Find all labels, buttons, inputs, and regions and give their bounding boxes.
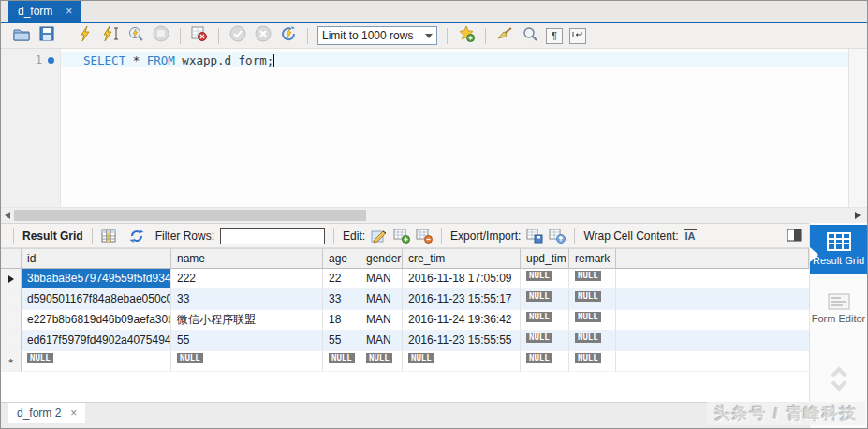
cell-gender[interactable]: MAN bbox=[360, 331, 403, 351]
delete-row-button[interactable] bbox=[416, 229, 433, 244]
stop-button[interactable] bbox=[152, 26, 170, 45]
cell-gender[interactable]: NULL bbox=[360, 351, 403, 372]
sidebar-item-result-grid[interactable]: Result Grid bbox=[810, 225, 867, 274]
limit-rows-value: Limit to 1000 rows bbox=[322, 29, 425, 42]
cell-cre-tim[interactable]: 2016-11-23 15:55:17 bbox=[403, 289, 521, 310]
column-header-name[interactable]: name bbox=[171, 248, 323, 269]
cell-cre-tim[interactable]: 2016-11-23 15:55:55 bbox=[403, 331, 521, 351]
invisible-chars-button[interactable]: ¶ bbox=[546, 28, 563, 44]
cell-age[interactable]: 33 bbox=[323, 289, 360, 310]
beautify-button[interactable] bbox=[495, 26, 514, 45]
cell-remark[interactable]: NULL bbox=[569, 289, 616, 310]
row-selector[interactable] bbox=[1, 269, 22, 289]
tab-d-form-2[interactable]: d_form 2 × bbox=[8, 403, 85, 423]
table-row[interactable]: e227b8b6819d46b09aefa30b87bc0273 微信小程序联盟… bbox=[1, 310, 809, 331]
tab-close-icon[interactable]: × bbox=[66, 5, 72, 18]
cell-remark[interactable]: NULL bbox=[569, 269, 616, 289]
row-selector[interactable] bbox=[1, 289, 22, 310]
cell-name[interactable]: 33 bbox=[171, 289, 323, 310]
toggle-sidebar-button[interactable] bbox=[787, 229, 802, 244]
wrap-cell-content-button[interactable]: IA bbox=[684, 229, 697, 242]
null-badge: NULL bbox=[575, 353, 601, 363]
editor-horizontal-scrollbar[interactable] bbox=[1, 207, 867, 223]
cell-name[interactable]: NULL bbox=[171, 351, 323, 372]
find-button[interactable] bbox=[521, 26, 539, 45]
rollback-button[interactable] bbox=[254, 26, 272, 45]
cell-id[interactable]: d590501167f84a8ebae050c03a773614 bbox=[22, 289, 171, 310]
explain-button[interactable] bbox=[126, 26, 145, 45]
cell-upd-tim[interactable]: NULL bbox=[521, 331, 569, 351]
sql-editor[interactable]: 1 SELECT * FROM wxapp.d_form; bbox=[1, 49, 867, 207]
stop-on-error-button[interactable] bbox=[190, 26, 209, 45]
cell-upd-tim[interactable]: NULL bbox=[521, 269, 569, 289]
toolbar-separator bbox=[447, 28, 448, 44]
cell-gender[interactable]: MAN bbox=[360, 269, 403, 289]
cell-name[interactable]: 微信小程序联盟 bbox=[171, 310, 323, 331]
cell-age[interactable]: 18 bbox=[323, 310, 360, 331]
table-row[interactable]: d590501167f84a8ebae050c03a773614 33 33 M… bbox=[1, 289, 809, 310]
cell-upd-tim[interactable]: NULL bbox=[521, 289, 569, 310]
null-badge: NULL bbox=[526, 333, 552, 343]
cell-age[interactable]: 22 bbox=[323, 269, 360, 289]
new-snippet-button[interactable] bbox=[457, 26, 476, 45]
code-area[interactable]: SELECT * FROM wxapp.d_form; bbox=[61, 49, 848, 207]
save-button[interactable] bbox=[37, 26, 56, 45]
cell-upd-tim[interactable]: NULL bbox=[521, 351, 569, 372]
sidebar-item-form-editor[interactable]: Form Editor bbox=[810, 293, 867, 325]
cell-remark[interactable]: NULL bbox=[569, 310, 616, 331]
column-header-remark[interactable]: remark bbox=[569, 248, 616, 269]
scroll-left-icon[interactable] bbox=[5, 212, 10, 219]
cell-age[interactable]: 55 bbox=[323, 331, 360, 351]
row-selector[interactable] bbox=[1, 310, 22, 331]
cell-cre-tim[interactable]: NULL bbox=[403, 351, 521, 372]
row-selector[interactable] bbox=[1, 331, 22, 351]
column-header-age[interactable]: age bbox=[323, 248, 360, 269]
cell-remark[interactable]: NULL bbox=[569, 331, 616, 351]
editor-vertical-scrollbar[interactable] bbox=[848, 49, 867, 207]
explain-icon bbox=[127, 25, 144, 46]
cell-id[interactable]: ed617f5979fd4902a40754949fcc19c4 bbox=[22, 331, 171, 351]
cell-gender[interactable]: MAN bbox=[360, 310, 403, 331]
cell-id[interactable]: e227b8b6819d46b09aefa30b87bc0273 bbox=[22, 310, 171, 331]
column-header-upd-tim[interactable]: upd_tim bbox=[521, 248, 569, 269]
cell-cre-tim[interactable]: 2016-11-24 19:36:42 bbox=[403, 310, 521, 331]
add-row-button[interactable] bbox=[393, 229, 410, 244]
column-header-cre-tim[interactable]: cre_tim bbox=[403, 248, 521, 269]
limit-rows-dropdown[interactable]: Limit to 1000 rows bbox=[317, 26, 437, 45]
execute-button[interactable] bbox=[76, 26, 95, 45]
execute-current-button[interactable] bbox=[101, 26, 120, 45]
filter-rows-input[interactable] bbox=[220, 228, 325, 244]
cell-name[interactable]: 222 bbox=[171, 269, 323, 289]
delete-row-icon bbox=[416, 229, 433, 244]
cell-cre-tim[interactable]: 2016-11-18 17:05:09 bbox=[403, 269, 521, 289]
scroll-right-icon[interactable] bbox=[855, 212, 861, 219]
cell-upd-tim[interactable]: NULL bbox=[521, 310, 569, 331]
cell-remark[interactable]: NULL bbox=[569, 351, 616, 372]
column-header-gender[interactable]: gender bbox=[360, 248, 403, 269]
cell-id[interactable]: NULL bbox=[22, 351, 171, 372]
cell-gender[interactable]: MAN bbox=[360, 289, 403, 310]
open-file-button[interactable] bbox=[12, 26, 31, 45]
export-button[interactable] bbox=[526, 229, 543, 244]
cell-age[interactable]: NULL bbox=[323, 351, 360, 372]
commit-button[interactable] bbox=[228, 26, 247, 45]
cell-id[interactable]: 3bbaba8e579749559f5fd934b3d50379 bbox=[22, 269, 171, 289]
import-button[interactable] bbox=[549, 229, 566, 244]
scrollbar-thumb[interactable] bbox=[14, 210, 366, 221]
grid-columns-button[interactable] bbox=[101, 229, 116, 243]
edit-record-button[interactable] bbox=[371, 229, 388, 244]
row-selector[interactable]: * bbox=[1, 351, 22, 372]
table-row[interactable]: ed617f5979fd4902a40754949fcc19c4 55 55 M… bbox=[1, 331, 809, 351]
table-row[interactable]: 3bbaba8e579749559f5fd934b3d50379 222 22 … bbox=[1, 269, 809, 289]
refresh-button[interactable] bbox=[129, 229, 144, 244]
tab-d-form[interactable]: d_form × bbox=[8, 1, 81, 22]
result-tab-close-icon[interactable]: × bbox=[70, 407, 77, 420]
new-row[interactable]: * NULL NULL NULL NULL NULL NULL NULL bbox=[1, 351, 809, 372]
wrap-text-button[interactable] bbox=[569, 28, 586, 44]
editor-tab-bar: d_form × bbox=[1, 1, 867, 22]
null-badge: NULL bbox=[575, 291, 601, 302]
column-header-id[interactable]: id bbox=[22, 248, 171, 269]
sidebar-expander[interactable] bbox=[810, 369, 867, 389]
cell-name[interactable]: 55 bbox=[171, 331, 323, 351]
autocommit-button[interactable] bbox=[279, 26, 298, 45]
